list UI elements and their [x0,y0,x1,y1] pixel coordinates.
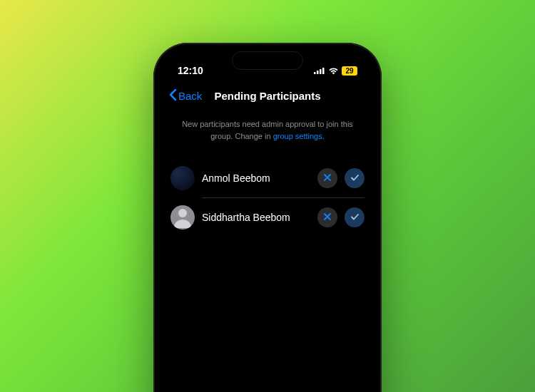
phone-frame: 12:10 29 Back Pending Participants [153,43,382,392]
back-label: Back [178,90,202,102]
dynamic-island [232,51,303,70]
person-icon [170,205,195,229]
navigation-bar: Back Pending Participants [160,81,374,110]
check-icon [350,172,360,185]
approve-button[interactable] [345,168,365,188]
battery-indicator: 29 [342,66,357,76]
svg-rect-3 [322,68,325,74]
wifi-icon [328,67,339,75]
page-title: Pending Participants [214,90,320,102]
info-text-body: New participants need admin approval to … [182,120,353,140]
screen: 12:10 29 Back Pending Participants [160,50,374,392]
avatar[interactable] [170,205,195,229]
check-icon [350,211,360,224]
chevron-left-icon [169,88,177,103]
status-indicators: 29 [314,66,357,76]
svg-point-4 [178,209,187,217]
participant-name: Siddhartha Beebom [202,212,310,223]
x-icon [323,172,332,185]
avatar[interactable] [170,166,195,190]
group-settings-link[interactable]: group settings. [273,132,325,140]
svg-rect-2 [320,69,322,74]
svg-rect-1 [317,71,319,74]
x-icon [323,211,332,224]
participant-row: Anmol Beebom [170,159,365,197]
participants-list: Anmol Beebom Siddhartha Beebom [160,159,374,237]
status-time: 12:10 [178,65,203,76]
reject-button[interactable] [317,207,337,227]
info-message: New participants need admin approval to … [160,110,374,159]
reject-button[interactable] [317,168,337,188]
participant-name: Anmol Beebom [202,172,310,184]
participant-row: Siddhartha Beebom [170,198,365,237]
back-button[interactable]: Back [169,88,202,103]
approve-button[interactable] [345,207,365,227]
svg-rect-0 [314,72,316,74]
cellular-signal-icon [314,67,325,74]
